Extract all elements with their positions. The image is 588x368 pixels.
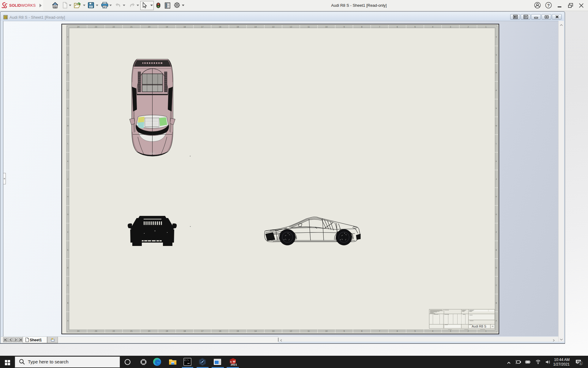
svg-text:F: F (67, 231, 69, 233)
svg-text:17: 17 (201, 330, 204, 332)
svg-text:4: 4 (432, 330, 433, 332)
svg-text:?: ? (547, 3, 550, 8)
svg-text:13: 13 (272, 26, 274, 28)
svg-text:2: 2 (468, 26, 469, 28)
svg-text:6: 6 (397, 330, 398, 332)
svg-text:S: S (67, 54, 68, 56)
svg-text:E: E (67, 249, 68, 251)
svg-text:22: 22 (112, 26, 115, 28)
svg-text:11: 11 (307, 26, 310, 28)
svg-text:G: G (496, 213, 497, 215)
svg-text:20: 20 (148, 26, 150, 28)
svg-text:P: P (67, 90, 68, 91)
svg-text:K: K (496, 160, 497, 162)
svg-text:16: 16 (219, 26, 221, 28)
svg-text:9: 9 (344, 26, 345, 28)
svg-text:19: 19 (166, 330, 168, 332)
svg-text:10: 10 (325, 330, 328, 332)
svg-text:15: 15 (237, 330, 239, 332)
svg-text:N: N (67, 107, 68, 109)
svg-text:5: 5 (414, 26, 416, 28)
svg-text:23: 23 (95, 26, 97, 28)
svg-text:T: T (496, 36, 497, 38)
svg-text:S: S (496, 54, 497, 56)
svg-text:24: 24 (77, 330, 80, 332)
svg-text:M: M (496, 125, 497, 127)
svg-text:J: J (496, 178, 497, 180)
svg-text:24: 24 (77, 26, 80, 28)
svg-text:14: 14 (254, 26, 257, 28)
svg-text:12: 12 (290, 26, 292, 28)
svg-text:P: P (496, 90, 497, 91)
svg-text:16: 16 (219, 330, 221, 332)
svg-text:R: R (496, 72, 497, 74)
svg-text:H: H (496, 196, 497, 197)
svg-text:A: A (496, 320, 497, 322)
svg-text:1: 1 (485, 330, 487, 332)
svg-text:J: J (67, 178, 68, 180)
svg-text:B: B (496, 302, 497, 304)
svg-text:T: T (67, 36, 69, 38)
svg-text:10: 10 (325, 26, 328, 28)
svg-text:A0: A0 (492, 326, 494, 327)
svg-text:Audi R8 S: Audi R8 S (472, 324, 486, 328)
svg-text:6: 6 (397, 26, 398, 28)
svg-text:M: M (67, 125, 69, 127)
svg-text:1: 1 (485, 26, 487, 28)
svg-text:D: D (67, 267, 69, 269)
svg-text:5: 5 (414, 330, 416, 332)
svg-text:E: E (496, 249, 497, 251)
svg-text:C: C (496, 284, 497, 286)
svg-text:N: N (496, 107, 497, 109)
svg-text:15: 15 (237, 26, 239, 28)
svg-text:7: 7 (379, 330, 380, 332)
svg-text:14: 14 (254, 330, 257, 332)
svg-text:21: 21 (130, 330, 133, 332)
svg-text:23: 23 (95, 330, 97, 332)
svg-text:18: 18 (183, 26, 186, 28)
svg-text:21: 21 (130, 26, 133, 28)
svg-text:17: 17 (201, 26, 204, 28)
svg-text:2: 2 (468, 330, 469, 332)
svg-text:11: 11 (307, 330, 310, 332)
svg-text:F: F (496, 231, 497, 233)
svg-text:8: 8 (361, 26, 363, 28)
svg-text:8: 8 (361, 330, 363, 332)
svg-text:19: 19 (166, 26, 168, 28)
svg-text:22: 22 (112, 330, 115, 332)
svg-text:C:\: C:\ (184, 359, 189, 362)
svg-text:H: H (67, 196, 68, 197)
svg-text:D: D (496, 267, 497, 269)
svg-text:R: R (67, 72, 69, 74)
svg-text:A: A (67, 320, 68, 322)
svg-text:K: K (67, 160, 68, 162)
svg-text:3: 3 (450, 26, 451, 28)
svg-text:13: 13 (272, 330, 274, 332)
svg-text:C: C (67, 284, 69, 286)
svg-text:18: 18 (183, 330, 186, 332)
svg-text:G: G (67, 213, 69, 215)
svg-text:3: 3 (450, 330, 451, 332)
svg-text:B: B (67, 302, 68, 304)
svg-text:20: 20 (148, 330, 150, 332)
svg-text:9: 9 (344, 330, 345, 332)
svg-text:12: 12 (290, 330, 292, 332)
svg-text:4: 4 (432, 26, 433, 28)
svg-text:7: 7 (379, 26, 380, 28)
